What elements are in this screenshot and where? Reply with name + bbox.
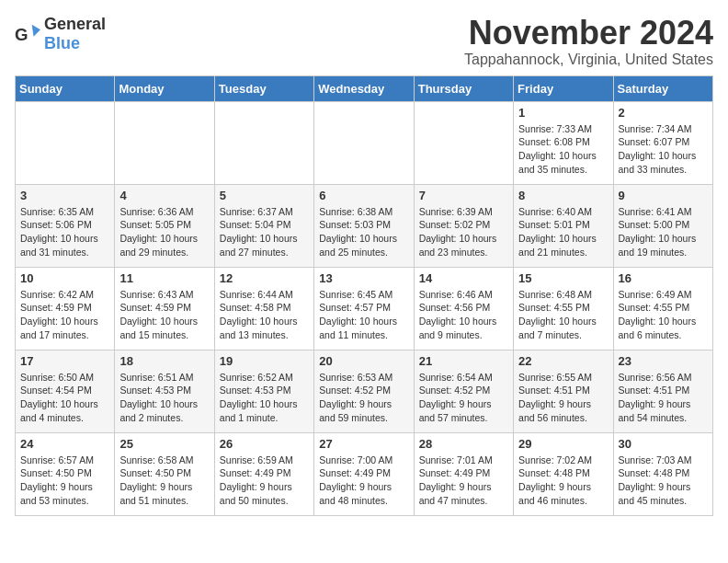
- cell-day-info: Sunrise: 6:42 AM Sunset: 4:59 PM Dayligh…: [20, 288, 109, 342]
- cell-day-info: Sunrise: 6:48 AM Sunset: 4:55 PM Dayligh…: [518, 288, 608, 342]
- cell-day-number: 2: [619, 106, 708, 120]
- calendar-cell: 26Sunrise: 6:59 AM Sunset: 4:49 PM Dayli…: [214, 432, 313, 515]
- calendar-cell: [314, 101, 414, 184]
- cell-day-info: Sunrise: 6:40 AM Sunset: 5:01 PM Dayligh…: [518, 205, 608, 259]
- calendar-week-1: 1Sunrise: 7:33 AM Sunset: 6:08 PM Daylig…: [16, 101, 713, 184]
- cell-day-number: 11: [119, 271, 209, 285]
- cell-day-info: Sunrise: 7:34 AM Sunset: 6:07 PM Dayligh…: [619, 122, 708, 177]
- cell-day-info: Sunrise: 6:50 AM Sunset: 4:54 PM Dayligh…: [20, 371, 109, 425]
- calendar-cell: 11Sunrise: 6:43 AM Sunset: 4:59 PM Dayli…: [115, 267, 214, 350]
- calendar-cell: 8Sunrise: 6:40 AM Sunset: 5:01 PM Daylig…: [514, 184, 613, 267]
- cell-day-info: Sunrise: 6:44 AM Sunset: 4:58 PM Dayligh…: [220, 288, 309, 342]
- cell-day-info: Sunrise: 6:52 AM Sunset: 4:53 PM Dayligh…: [220, 371, 309, 425]
- cell-day-number: 20: [319, 354, 408, 368]
- logo: G General Blue: [15, 15, 106, 53]
- calendar-cell: 15Sunrise: 6:48 AM Sunset: 4:55 PM Dayli…: [514, 267, 613, 350]
- cell-day-info: Sunrise: 6:43 AM Sunset: 4:59 PM Dayligh…: [119, 288, 209, 342]
- calendar-cell: [214, 101, 313, 184]
- cell-day-info: Sunrise: 6:49 AM Sunset: 4:55 PM Dayligh…: [619, 288, 708, 342]
- calendar-week-4: 17Sunrise: 6:50 AM Sunset: 4:54 PM Dayli…: [16, 350, 713, 432]
- cell-day-number: 5: [220, 189, 309, 202]
- cell-day-info: Sunrise: 7:03 AM Sunset: 4:48 PM Dayligh…: [619, 454, 708, 508]
- logo-icon: G: [15, 21, 40, 47]
- calendar-cell: 9Sunrise: 6:41 AM Sunset: 5:00 PM Daylig…: [613, 184, 712, 267]
- cell-day-info: Sunrise: 6:59 AM Sunset: 4:49 PM Dayligh…: [220, 454, 309, 508]
- cell-day-info: Sunrise: 6:54 AM Sunset: 4:52 PM Dayligh…: [419, 371, 508, 425]
- cell-day-info: Sunrise: 7:00 AM Sunset: 4:49 PM Dayligh…: [319, 454, 408, 508]
- calendar-cell: 27Sunrise: 7:00 AM Sunset: 4:49 PM Dayli…: [314, 432, 414, 515]
- cell-day-info: Sunrise: 6:38 AM Sunset: 5:03 PM Dayligh…: [319, 205, 408, 259]
- page-header: G General Blue November 2024 Tappahannoc…: [15, 15, 713, 68]
- calendar-cell: 4Sunrise: 6:36 AM Sunset: 5:05 PM Daylig…: [115, 184, 214, 267]
- calendar-cell: 1Sunrise: 7:33 AM Sunset: 6:08 PM Daylig…: [514, 101, 613, 184]
- month-title: November 2024: [464, 15, 713, 52]
- cell-day-number: 13: [319, 271, 408, 285]
- calendar-cell: 16Sunrise: 6:49 AM Sunset: 4:55 PM Dayli…: [613, 267, 712, 350]
- calendar-cell: [414, 101, 513, 184]
- calendar-cell: 28Sunrise: 7:01 AM Sunset: 4:49 PM Dayli…: [414, 432, 513, 515]
- cell-day-number: 6: [319, 189, 408, 202]
- svg-marker-1: [32, 25, 40, 37]
- cell-day-info: Sunrise: 6:35 AM Sunset: 5:06 PM Dayligh…: [20, 205, 109, 259]
- cell-day-info: Sunrise: 6:41 AM Sunset: 5:00 PM Dayligh…: [619, 205, 708, 259]
- calendar-body: 1Sunrise: 7:33 AM Sunset: 6:08 PM Daylig…: [16, 101, 713, 515]
- calendar-cell: 23Sunrise: 6:56 AM Sunset: 4:51 PM Dayli…: [613, 350, 712, 432]
- cell-day-number: 28: [419, 437, 508, 451]
- cell-day-info: Sunrise: 6:36 AM Sunset: 5:05 PM Dayligh…: [119, 205, 209, 259]
- calendar-cell: 7Sunrise: 6:39 AM Sunset: 5:02 PM Daylig…: [414, 184, 513, 267]
- cell-day-number: 19: [220, 354, 309, 368]
- calendar-cell: 12Sunrise: 6:44 AM Sunset: 4:58 PM Dayli…: [214, 267, 313, 350]
- cell-day-number: 29: [518, 437, 608, 451]
- calendar-header-row: SundayMondayTuesdayWednesdayThursdayFrid…: [16, 75, 713, 101]
- calendar-cell: 14Sunrise: 6:46 AM Sunset: 4:56 PM Dayli…: [414, 267, 513, 350]
- calendar-cell: 30Sunrise: 7:03 AM Sunset: 4:48 PM Dayli…: [613, 432, 712, 515]
- calendar-header-sunday: Sunday: [16, 75, 115, 101]
- cell-day-info: Sunrise: 6:55 AM Sunset: 4:51 PM Dayligh…: [518, 371, 608, 425]
- logo-text-blue: Blue: [44, 34, 80, 52]
- calendar-cell: 3Sunrise: 6:35 AM Sunset: 5:06 PM Daylig…: [16, 184, 115, 267]
- calendar-header-thursday: Thursday: [414, 75, 513, 101]
- cell-day-number: 7: [419, 189, 508, 202]
- calendar-cell: 21Sunrise: 6:54 AM Sunset: 4:52 PM Dayli…: [414, 350, 513, 432]
- cell-day-number: 3: [20, 189, 109, 202]
- calendar-cell: 20Sunrise: 6:53 AM Sunset: 4:52 PM Dayli…: [314, 350, 414, 432]
- cell-day-number: 8: [518, 189, 608, 202]
- calendar-cell: 13Sunrise: 6:45 AM Sunset: 4:57 PM Dayli…: [314, 267, 414, 350]
- calendar-header-tuesday: Tuesday: [214, 75, 313, 101]
- cell-day-number: 27: [319, 437, 408, 451]
- calendar-week-3: 10Sunrise: 6:42 AM Sunset: 4:59 PM Dayli…: [16, 267, 713, 350]
- calendar-header-saturday: Saturday: [613, 75, 712, 101]
- calendar-week-5: 24Sunrise: 6:57 AM Sunset: 4:50 PM Dayli…: [16, 432, 713, 515]
- calendar-cell: 17Sunrise: 6:50 AM Sunset: 4:54 PM Dayli…: [16, 350, 115, 432]
- calendar-cell: 29Sunrise: 7:02 AM Sunset: 4:48 PM Dayli…: [514, 432, 613, 515]
- cell-day-number: 9: [619, 189, 708, 202]
- cell-day-info: Sunrise: 6:51 AM Sunset: 4:53 PM Dayligh…: [119, 371, 209, 425]
- title-block: November 2024 Tappahannock, Virginia, Un…: [464, 15, 713, 68]
- cell-day-info: Sunrise: 6:46 AM Sunset: 4:56 PM Dayligh…: [419, 288, 508, 342]
- location-title: Tappahannock, Virginia, United States: [464, 52, 713, 68]
- cell-day-number: 24: [20, 437, 109, 451]
- calendar-cell: 5Sunrise: 6:37 AM Sunset: 5:04 PM Daylig…: [214, 184, 313, 267]
- calendar-cell: [16, 101, 115, 184]
- cell-day-info: Sunrise: 6:58 AM Sunset: 4:50 PM Dayligh…: [119, 454, 209, 508]
- svg-text:G: G: [15, 25, 28, 44]
- cell-day-info: Sunrise: 6:37 AM Sunset: 5:04 PM Dayligh…: [220, 205, 309, 259]
- calendar-header-monday: Monday: [115, 75, 214, 101]
- cell-day-info: Sunrise: 6:53 AM Sunset: 4:52 PM Dayligh…: [319, 371, 408, 425]
- calendar-week-2: 3Sunrise: 6:35 AM Sunset: 5:06 PM Daylig…: [16, 184, 713, 267]
- cell-day-number: 30: [619, 437, 708, 451]
- cell-day-number: 12: [220, 271, 309, 285]
- cell-day-info: Sunrise: 6:57 AM Sunset: 4:50 PM Dayligh…: [20, 454, 109, 508]
- cell-day-number: 21: [419, 354, 508, 368]
- cell-day-info: Sunrise: 6:45 AM Sunset: 4:57 PM Dayligh…: [319, 288, 408, 342]
- cell-day-number: 18: [119, 354, 209, 368]
- calendar-header-friday: Friday: [514, 75, 613, 101]
- cell-day-number: 22: [518, 354, 608, 368]
- cell-day-info: Sunrise: 6:39 AM Sunset: 5:02 PM Dayligh…: [419, 205, 508, 259]
- calendar-cell: 10Sunrise: 6:42 AM Sunset: 4:59 PM Dayli…: [16, 267, 115, 350]
- calendar-table: SundayMondayTuesdayWednesdayThursdayFrid…: [15, 75, 713, 516]
- cell-day-info: Sunrise: 6:56 AM Sunset: 4:51 PM Dayligh…: [619, 371, 708, 425]
- cell-day-number: 23: [619, 354, 708, 368]
- calendar-header-wednesday: Wednesday: [314, 75, 414, 101]
- cell-day-number: 26: [220, 437, 309, 451]
